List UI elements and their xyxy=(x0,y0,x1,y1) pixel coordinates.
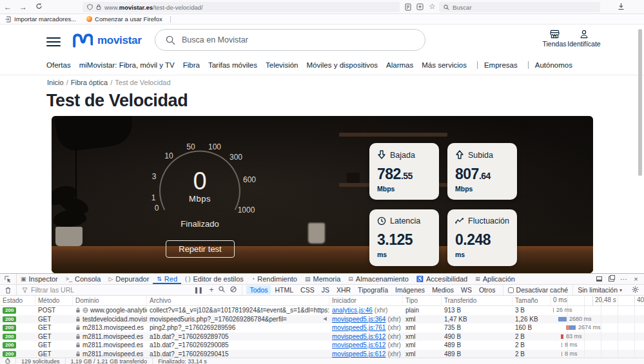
pause-icon[interactable]: ▌▌ xyxy=(195,287,204,293)
status-badge: 200 xyxy=(3,325,16,331)
filter-pill-js[interactable]: JS xyxy=(318,285,333,294)
filter-pill-tipografía[interactable]: Tipografía xyxy=(355,285,391,294)
shelf-item-graphic xyxy=(345,121,362,133)
devtools-tab-almacenamiento[interactable]: ⊟Almacenamiento xyxy=(344,274,412,284)
filter-pill-xhr[interactable]: XHR xyxy=(333,285,354,294)
save-page-icon[interactable] xyxy=(416,3,424,10)
performance-analysis-icon[interactable] xyxy=(0,358,16,364)
page-scrollbar[interactable] xyxy=(638,29,642,176)
filter-pill-imágenes[interactable]: Imágenes xyxy=(392,285,428,294)
repeat-test-button[interactable]: Repetir test xyxy=(166,240,235,258)
timeline-header[interactable]: 0 ms 20,48 s 40,96 xyxy=(551,296,644,305)
devtools-tab-accesibilidad[interactable]: ♿Accesibilidad xyxy=(413,274,471,284)
filter-pill-todos[interactable]: Todos xyxy=(246,285,271,294)
reload-icon[interactable] xyxy=(31,0,46,14)
column-header-transferido[interactable]: Transferido xyxy=(442,296,512,305)
lock-icon[interactable] xyxy=(96,4,101,10)
network-request-row[interactable]: 200 POST www.google-analytics.com collec… xyxy=(0,306,644,315)
menu-icon[interactable] xyxy=(46,35,61,49)
column-header-tamaño[interactable]: Tamaño xyxy=(512,296,551,305)
devtools-menu-icon[interactable]: ⋯ xyxy=(618,275,629,283)
nav-item[interactable]: Más servicios xyxy=(422,61,467,69)
network-request-row[interactable]: 200 GET m2811.movispeed.es a1b.dat?_=176… xyxy=(0,341,644,350)
devtools-tab-inspector[interactable]: ▣Inspector xyxy=(17,274,62,284)
performance-icon: ◔ xyxy=(251,276,255,282)
column-header-dominio[interactable]: Dominio xyxy=(73,296,147,305)
devtools-tab-red[interactable]: ⇅Red xyxy=(153,274,181,284)
url-filter-input[interactable]: Filtrar las URL xyxy=(17,286,190,294)
nav-item[interactable]: Móviles y dispositivos xyxy=(307,61,378,69)
network-request-row[interactable]: 200 GET m2811.movispeed.es a1b.dat?_=176… xyxy=(0,350,644,359)
block-icon[interactable] xyxy=(230,286,237,294)
search-icon[interactable] xyxy=(219,286,225,294)
site-search-input[interactable]: Busca en Movistar xyxy=(155,29,425,51)
reader-icon[interactable] xyxy=(405,3,411,11)
column-header-iniciador[interactable]: Iniciador xyxy=(329,296,403,305)
dock-bottom-icon[interactable] xyxy=(594,275,605,283)
filter-pill-css[interactable]: CSS xyxy=(297,285,318,294)
devtools-tab-rendimiento[interactable]: ◔Rendimiento xyxy=(248,274,301,284)
new-request-icon[interactable]: + xyxy=(209,285,213,294)
devtools-tab-depurador[interactable]: ▷Depurador xyxy=(104,274,153,284)
initiator-link[interactable]: movispeed5.js:761 xyxy=(332,324,385,331)
devtools-close-icon[interactable]: × xyxy=(630,275,641,283)
request-file: movispeed5uris.php?_=1760269286784&perfi… xyxy=(147,315,329,324)
nav-item[interactable]: Alarmas xyxy=(386,61,413,69)
bookmark-import[interactable]: Importar marcadores... xyxy=(0,15,81,23)
nav-item[interactable]: Empresas xyxy=(477,61,518,69)
waterfall-timing: 2680 ms xyxy=(569,316,592,322)
tab-label: Red xyxy=(164,275,177,283)
devtools-tab-editor-de-estilos[interactable]: ( )Editor de estilos xyxy=(181,274,248,284)
disable-cache-checkbox[interactable] xyxy=(508,287,514,293)
network-request-row[interactable]: 200 GET m2811.movispeed.es a1b.dat?_=176… xyxy=(0,332,644,341)
column-header-método[interactable]: Método xyxy=(35,296,73,305)
initiator-link[interactable]: movispeed5.js:612 xyxy=(332,341,385,349)
initiator-link[interactable]: movispeed5.js:612 xyxy=(332,333,385,340)
file-text: ping2.php?_=1760269289596 xyxy=(150,324,329,331)
disable-cache-toggle[interactable]: Desactivar caché xyxy=(503,285,573,295)
column-header-archivo[interactable]: Archivo xyxy=(147,296,329,305)
nav-item[interactable]: miMovistar: Fibra, móvil y TV xyxy=(79,61,175,69)
nav-item[interactable]: Ofertas xyxy=(46,61,71,69)
nav-item[interactable]: Autónomos xyxy=(528,61,572,69)
nav-item[interactable]: Fibra xyxy=(183,61,200,69)
breadcrumb-home[interactable]: Inicio xyxy=(47,79,64,86)
url-bar[interactable]: www.movistar.es/test-de-velocidad/ xyxy=(83,2,400,12)
url-text: www.movistar.es/test-de-velocidad/ xyxy=(104,4,203,11)
network-request-row[interactable]: 200 GET testdevelocidad.movistar.es movi… xyxy=(0,315,644,324)
bookmark-firefox-start[interactable]: Comenzar a usar Firefox xyxy=(81,15,168,23)
forward-icon[interactable]: → xyxy=(15,0,31,14)
caret-down-icon: ▾ xyxy=(620,287,622,293)
nav-item[interactable]: Tarifas móviles xyxy=(208,61,257,69)
clear-requests-icon[interactable] xyxy=(0,285,17,295)
devtools-tab-consola[interactable]: >_Consola xyxy=(62,274,105,284)
nav-item[interactable]: Televisión xyxy=(266,61,298,69)
filter-pill-medios[interactable]: Medios xyxy=(429,285,457,294)
movistar-logo[interactable]: movistar xyxy=(72,32,141,49)
back-icon[interactable]: ← xyxy=(0,0,15,14)
status-badge: 200 xyxy=(3,307,16,314)
column-header-tipo[interactable]: Tipo xyxy=(403,296,442,305)
devtools-tab-aplicación[interactable]: ⊞Aplicación xyxy=(471,274,519,284)
devtools-tab-memoria[interactable]: ▤Memoria xyxy=(301,274,344,284)
card-label: Subida xyxy=(468,151,493,160)
pick-element-icon[interactable] xyxy=(0,274,17,284)
breadcrumb-section[interactable]: Fibra óptica xyxy=(71,79,108,86)
column-header-estado[interactable]: Estado xyxy=(0,296,35,305)
bookmark-star-icon[interactable]: ☆ xyxy=(429,3,436,10)
browser-search[interactable]: Buscar xyxy=(439,2,600,12)
network-settings-gear-icon[interactable] xyxy=(627,286,644,294)
filter-pill-otros[interactable]: Otros xyxy=(476,285,499,294)
initiator-link[interactable]: movispeed5.js:612 xyxy=(332,350,385,358)
shield-icon[interactable] xyxy=(87,4,93,10)
initiator-link[interactable]: analytics.js:46 xyxy=(332,307,373,314)
download-icon[interactable] xyxy=(618,3,625,10)
initiator-link[interactable]: movispeed5.js:364 xyxy=(332,316,385,323)
filter-pill-html[interactable]: HTML xyxy=(271,285,297,294)
login-button[interactable]: Identifícate xyxy=(566,30,602,48)
separate-window-icon[interactable] xyxy=(606,275,617,283)
network-request-row[interactable]: 200 GET m2813.movispeed.es ping2.php?_=1… xyxy=(0,323,644,332)
filter-pill-ws[interactable]: WS xyxy=(458,285,475,294)
throttling-select[interactable]: Sin limitación ▾ xyxy=(572,285,627,295)
devtools-window-controls: ⋯ × xyxy=(594,274,644,284)
